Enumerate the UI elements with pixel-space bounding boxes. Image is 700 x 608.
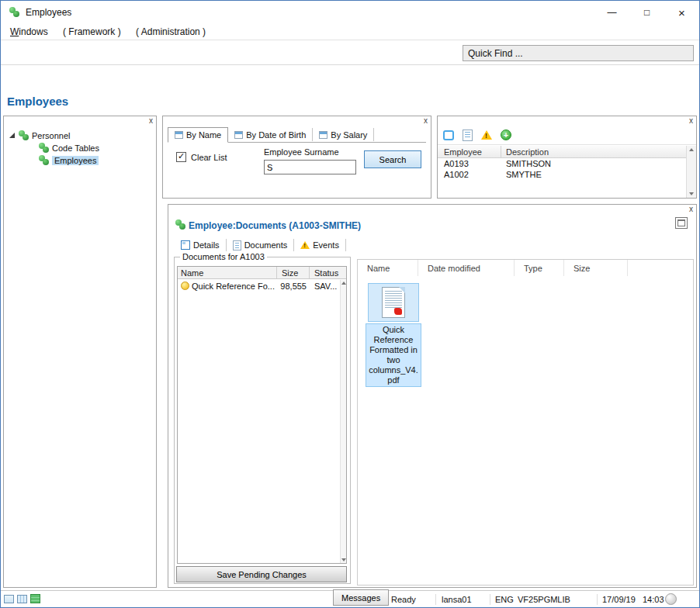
status-bar-icons: [4, 594, 40, 603]
tab-details[interactable]: Details: [175, 239, 227, 251]
menu-windows[interactable]: Windows: [4, 24, 54, 40]
maximize-panel-button[interactable]: [675, 217, 688, 229]
status-ball-icon: [181, 282, 189, 290]
separator: [490, 594, 490, 605]
employee-icon: [175, 219, 185, 230]
scroll-down-icon[interactable]: [341, 558, 346, 561]
folder-icon: [38, 143, 49, 154]
navigation-tree-panel: x Personnel Code Tables Employees: [3, 116, 157, 588]
table-row[interactable]: A1002 SMYTHE: [438, 169, 686, 180]
column-header-name[interactable]: Name: [178, 267, 277, 278]
table-row[interactable]: A0193 SMITHSON: [438, 158, 686, 169]
tree-expander-icon[interactable]: [9, 133, 15, 138]
warning-icon: [300, 241, 310, 249]
status-ready-label: Ready: [391, 595, 416, 604]
tab-label: Events: [313, 240, 339, 250]
keyboard-icon[interactable]: [17, 595, 27, 603]
add-icon[interactable]: [501, 130, 511, 140]
tree-item-label: Code Tables: [52, 143, 99, 153]
cell-description: SMITHSON: [501, 159, 686, 168]
folder-icon: [38, 155, 49, 166]
group-box-title: Documents for A1003: [180, 252, 267, 261]
column-header-type[interactable]: Type: [515, 260, 564, 276]
warning-icon[interactable]: [481, 130, 492, 140]
scroll-up-icon[interactable]: [341, 282, 346, 285]
pdf-file-icon: [382, 287, 405, 318]
column-header-description[interactable]: Description: [501, 147, 686, 157]
document-icon[interactable]: [463, 130, 473, 141]
employee-surname-label: Employee Surname: [264, 147, 339, 157]
files-header-row: Name Date modified Type Size: [358, 260, 693, 276]
list-header-row: Name Size Status: [178, 267, 346, 279]
employees-grid-panel: x Employee Description A0193 SMITHSON A1…: [437, 116, 697, 199]
tab-by-salary[interactable]: By Salary: [313, 128, 374, 141]
column-header-size[interactable]: Size: [564, 260, 628, 276]
clear-list-checkbox[interactable]: [176, 152, 186, 162]
tab-documents[interactable]: Documents: [227, 239, 295, 251]
menu-administration[interactable]: ( Administration ): [130, 24, 212, 40]
list-item[interactable]: Quick Reference Fo... 98,555 SAV...: [178, 279, 346, 292]
messages-button[interactable]: Messages: [333, 589, 389, 606]
maximize-button[interactable]: □: [629, 1, 664, 24]
table-icon: [319, 131, 327, 139]
app-window: Employees — □ × Windows ( Framework ) ( …: [0, 0, 700, 608]
title-bar: Employees — □ ×: [1, 1, 699, 24]
select-icon[interactable]: [443, 130, 454, 140]
file-selection-highlight: [368, 283, 419, 322]
quick-find-input[interactable]: [463, 45, 694, 61]
vertical-scrollbar[interactable]: [686, 146, 696, 198]
status-language-label: ENG: [495, 595, 514, 604]
documents-tabstrip: Details Documents Events: [175, 238, 346, 252]
vertical-scrollbar[interactable]: [340, 280, 346, 563]
scroll-up-icon[interactable]: [689, 148, 694, 151]
green-grid-icon[interactable]: [30, 594, 40, 603]
tree-item-label: Personnel: [32, 131, 71, 140]
status-bar: Messages Ready lansa01 ENG VF25PGMLIB 17…: [1, 590, 699, 607]
save-pending-changes-button[interactable]: Save Pending Changes: [176, 566, 347, 582]
column-header-employee[interactable]: Employee: [438, 146, 501, 157]
scroll-down-icon[interactable]: [689, 192, 694, 195]
window-controls: — □ ×: [594, 1, 699, 24]
status-date-label: 17/09/19: [602, 595, 636, 604]
tab-by-date-of-birth[interactable]: By Date of Birth: [228, 128, 313, 141]
cell-employee: A0193: [438, 159, 501, 168]
panel-close-button[interactable]: x: [689, 116, 693, 126]
employee-documents-panel: x Employee:Documents (A1003-SMITHE) Deta…: [168, 204, 697, 588]
tree-item-employees[interactable]: Employees: [38, 154, 99, 166]
search-button[interactable]: Search: [364, 150, 421, 168]
tab-label: By Salary: [331, 130, 367, 140]
grid-toolbar: [438, 126, 696, 145]
file-name-label: Quick Reference Formatted in two columns…: [366, 323, 421, 387]
separator: [435, 594, 436, 605]
minimize-button[interactable]: —: [594, 1, 629, 24]
page-fold-icon: [399, 287, 405, 293]
form-icon: [181, 240, 190, 250]
search-tabstrip: By Name By Date of Birth By Salary: [168, 126, 426, 143]
column-header-date-modified[interactable]: Date modified: [418, 260, 515, 276]
tree-item-personnel[interactable]: Personnel: [9, 130, 71, 141]
column-header-size[interactable]: Size: [277, 267, 310, 278]
employee-surname-input[interactable]: [264, 160, 356, 174]
grid-header-row: Employee Description: [438, 146, 686, 158]
status-library-label: VF25PGMLIB: [518, 595, 570, 604]
column-header-status[interactable]: Status: [310, 267, 346, 278]
documents-group-box: Name Size Status Quick Reference Fo... 9…: [174, 257, 351, 584]
panel-close-button[interactable]: x: [689, 205, 693, 214]
window-grid-icon[interactable]: [4, 595, 14, 603]
tab-by-name[interactable]: By Name: [168, 127, 228, 143]
menu-bar: Windows ( Framework ) ( Administration ): [1, 24, 699, 40]
clear-list-row: Clear List: [176, 152, 227, 162]
menu-framework[interactable]: ( Framework ): [57, 24, 127, 40]
table-icon: [234, 131, 243, 139]
close-button[interactable]: ×: [664, 1, 699, 24]
file-item-pdf[interactable]: Quick Reference Formatted in two columns…: [366, 283, 421, 387]
cell-description: SMYTHE: [501, 170, 686, 179]
panel-close-button[interactable]: x: [424, 116, 428, 126]
cell-employee: A1002: [438, 170, 501, 179]
column-header-filler: [628, 260, 693, 276]
panel-close-button[interactable]: x: [149, 116, 153, 126]
tab-events[interactable]: Events: [294, 239, 346, 251]
table-icon: [175, 131, 183, 139]
column-header-name[interactable]: Name: [358, 260, 418, 276]
tree-item-code-tables[interactable]: Code Tables: [38, 142, 99, 154]
